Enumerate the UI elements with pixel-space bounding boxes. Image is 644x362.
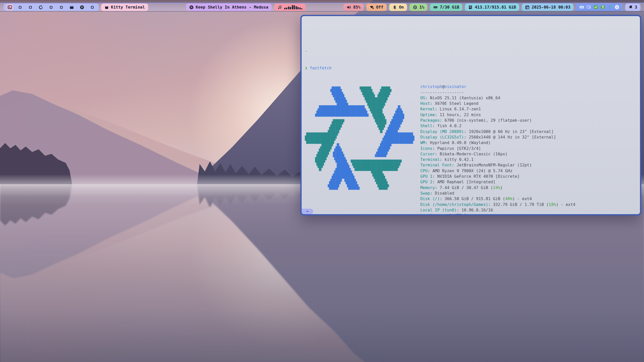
volume-value: 85% [353, 5, 360, 10]
media-player-module[interactable]: Keep Shelly In Athens - Medusa [186, 4, 272, 11]
workspace-6[interactable] [58, 4, 65, 10]
workspace-3[interactable] [27, 4, 34, 10]
square-icon [18, 5, 22, 10]
cpu-module[interactable]: 1% [410, 4, 427, 11]
cpu-icon [413, 5, 417, 10]
fastfetch-info-line: Display (LC32G5xT): 644x362 @ 144 Hz i… [420, 134, 576, 140]
fastfetch-info-line: Display (MD 20889): 1920x1080 @ 60 Hz in… [420, 129, 576, 134]
notifications-module[interactable]: 3 [625, 4, 640, 11]
window-title-label: Kitty Terminal [111, 5, 145, 10]
clock-module[interactable]: 2025-06-18 00:03 [522, 4, 574, 11]
square-icon [59, 5, 64, 10]
fastfetch-info-line: GPU 2: AMD Raphael [Integrated] [420, 179, 576, 185]
notification-count: 3 [635, 5, 637, 10]
fastfetch-info-line: Kernel: Linux 6.14.7-zen1 [420, 106, 576, 112]
fastfetch-info-line: Cursor: Bibata-Modern-Classic (16px) [420, 151, 576, 157]
fastfetch-info-line: Disk (/home/christoph/Games): 332.79 GiB… [420, 202, 576, 207]
workspace-9[interactable] [89, 4, 96, 10]
audio-visualizer-module[interactable] [274, 4, 306, 11]
disk-icon [468, 5, 473, 10]
now-playing-label: Keep Shelly In Athens - Medusa [196, 5, 268, 10]
fastfetch-info-line: Memory: 7.44 GiB / 30.47 GiB (24%) [420, 185, 576, 191]
wifi-off-icon [370, 5, 374, 10]
workspace-switcher [4, 4, 99, 11]
fastfetch-info-line: CPU: AMD Ryzen 9 7900X (24) @ 5.74 GHz [420, 168, 576, 174]
workspace-2[interactable] [17, 4, 23, 10]
ram-icon [433, 5, 438, 10]
speaker-icon [347, 5, 351, 10]
fastfetch-info-line: Host: X670E Steel Legend [420, 101, 576, 106]
workspace-8[interactable] [79, 4, 85, 10]
system-tray [576, 4, 623, 11]
network-value: Off [376, 5, 383, 10]
bluetooth-icon [392, 5, 397, 10]
fastfetch-info-line: Icons: Papirus [GTK2/3/4] [420, 146, 576, 151]
volume-module[interactable]: 85% [343, 4, 364, 11]
workspace-1-active[interactable] [7, 4, 13, 10]
refresh-icon [38, 5, 43, 10]
cat-icon [104, 5, 109, 10]
memory-value: 7/30 GiB [440, 5, 459, 10]
terminal-icon [8, 5, 12, 10]
fastfetch-info-line: Shell: fish 4.0.2 [420, 123, 576, 129]
square-icon [49, 5, 53, 10]
calendar-icon [525, 5, 530, 10]
fastfetch-info-line: ------------------ [420, 90, 576, 95]
spotify-icon [189, 5, 194, 10]
square-icon [28, 5, 33, 10]
prompt-command: fastfetch [310, 66, 332, 70]
window-icon [69, 5, 74, 10]
keyboard-icon[interactable] [579, 5, 584, 10]
kitty-tab-bar: ~ [302, 209, 313, 214]
fastfetch-info-line: christoph@nixinator [420, 84, 576, 89]
fastfetch-info-line: Locale: en_US.UTF-8 [420, 213, 576, 215]
key-icon[interactable] [600, 5, 605, 10]
fastfetch-info-line: OS: NixOS 25.11 (Xantusia) x86_64 [420, 95, 576, 101]
fastfetch-info-line: Disk (/): 366.58 GiB / 915.81 GiB (40%) … [420, 196, 576, 202]
fastfetch-info-line: Uptime: 11 hours, 22 mins [420, 112, 576, 118]
fastfetch-info-line: Local IP (tun0): 10.96.0.16/16 [420, 207, 576, 213]
clock-value: 2025-06-18 00:03 [532, 5, 570, 10]
spotify-light-icon[interactable] [615, 5, 619, 10]
kitty-terminal-window[interactable]: ~ ❯ fastfetch ▗▄▄▄ ▗▄▄▄▄ ▄▄▄▖ ▜███▙ ▜███… [300, 15, 641, 215]
music-note-icon [277, 5, 282, 10]
screenshare-icon[interactable] [586, 5, 591, 10]
bluetooth-module[interactable]: On [389, 4, 407, 11]
bluetooth-value: On [399, 5, 404, 10]
vesktop-icon[interactable] [608, 5, 612, 10]
top-bar: Kitty Terminal Keep Shelly In Athens - M… [0, 3, 644, 12]
fastfetch-info-line: Terminal: kitty 0.42.1 [420, 157, 576, 162]
disk-module[interactable]: 413.17/915.81 GiB [465, 4, 519, 11]
workspace-4[interactable] [37, 4, 44, 10]
square-icon [90, 5, 95, 10]
terminal-tab[interactable]: ~ [302, 209, 313, 214]
prompt-cwd: ~ [305, 49, 637, 54]
fastfetch-info-line: GPU 1: NVIDIA GeForce RTX 4070 [Discrete… [420, 174, 576, 179]
memory-module[interactable]: 7/30 GiB [430, 4, 462, 11]
nixos-logo: ▗▄▄▄ ▗▄▄▄▄ ▄▄▄▖ ▜███▙ ▜███▙ ▟███▛ ▜███▙ … [305, 84, 414, 193]
terminal-content[interactable]: ~ ❯ fastfetch ▗▄▄▄ ▗▄▄▄▄ ▄▄▄▖ ▜███▙ ▜███… [302, 16, 640, 214]
fastfetch-info-line: WM: Hyprland 0.49.0 (Wayland) [420, 140, 576, 146]
network-module[interactable]: Off [366, 4, 387, 11]
spotify-icon [80, 5, 84, 10]
workspace-5[interactable] [48, 4, 54, 10]
visualizer-bars [284, 5, 303, 9]
check-icon[interactable] [593, 5, 598, 10]
fastfetch-info: christoph@nixinator------------------OS:… [420, 84, 576, 215]
active-window-title: Kitty Terminal [101, 4, 148, 11]
disk-value: 413.17/915.81 GiB [475, 5, 516, 10]
fastfetch-output: ▗▄▄▄ ▗▄▄▄▄ ▄▄▄▖ ▜███▙ ▜███▙ ▟███▛ ▜███▙ … [305, 84, 637, 215]
prompt-symbol: ❯ [305, 66, 307, 70]
workspace-7[interactable] [68, 4, 75, 10]
fastfetch-info-line: Terminal Font: JetBrainsMonoNFM-Regular … [420, 162, 576, 168]
fastfetch-info-line: Swap: Disabled [420, 191, 576, 196]
cpu-value: 1% [419, 5, 424, 10]
bell-icon [628, 5, 633, 10]
fastfetch-info-line: Packages: 6706 (nix-system), 29 (flatpak… [420, 118, 576, 123]
